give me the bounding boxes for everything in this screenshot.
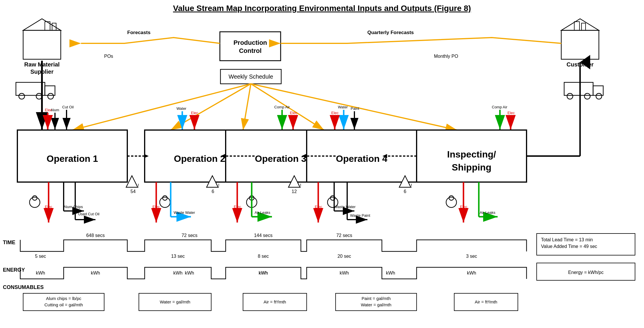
svg-rect-9	[561, 30, 599, 59]
svg-point-25	[32, 196, 37, 200]
op4-out-wastewater-label: Waste Water	[334, 205, 356, 209]
energy-summary-label: Energy = kWh/pc	[568, 270, 603, 275]
consumable-4a: Paint = gal/mth	[362, 296, 391, 301]
op1-out-cutoil-label: Used Cut Oil	[78, 212, 100, 216]
customer-icon	[561, 19, 599, 59]
kwh-op4-2: kWh	[386, 270, 395, 275]
op4-time-label: 20 sec	[337, 254, 351, 259]
svg-rect-11	[574, 22, 579, 30]
timeline-bar	[20, 240, 527, 251]
consumable-4b: Water = gal/mth	[361, 302, 391, 307]
op4-lead-label: 72 secs	[336, 233, 352, 238]
forecasts-label: Forecasts	[127, 30, 150, 35]
pos-label: POs	[104, 54, 113, 59]
op1-lead-label: 648 secs	[86, 233, 105, 238]
op1-out-alumchips-label: Alum Chips	[64, 205, 83, 209]
op1-time-label: 5 sec	[35, 254, 46, 259]
op4-input-water-label: Water	[338, 105, 348, 109]
inventory-count-4: !	[411, 183, 412, 188]
op2-lead-label: 72 secs	[181, 233, 197, 238]
op5-label: Inspecting/	[447, 149, 496, 160]
inventory-num-2: 6	[212, 189, 214, 194]
op3-time-label: 8 sec	[258, 254, 269, 259]
op3-lead-label: 144 secs	[254, 233, 273, 238]
inventory-count-2: !	[218, 183, 219, 188]
total-lead-time-label: Total Lead Time = 13 min	[541, 237, 593, 242]
svg-rect-14	[593, 86, 603, 95]
svg-rect-12	[582, 23, 586, 30]
op4-label: Operation 4	[336, 153, 387, 164]
production-control-box	[220, 32, 281, 61]
op5-time-label: 3 sec	[466, 254, 477, 259]
op1-input-cutoil-label: Cut Oil	[62, 105, 74, 109]
time-label: TIME	[3, 240, 15, 245]
kwh-op1-2: kWh	[91, 270, 100, 275]
operator-op1	[30, 197, 40, 207]
consumable-1a: Alum chips = lb/pc	[46, 296, 82, 301]
op3-input-compair-label: Comp Air	[274, 105, 290, 109]
svg-point-26	[163, 196, 167, 200]
inventory-num-3: 12	[292, 189, 297, 194]
op1-label: Operation 1	[47, 153, 98, 164]
forecasts-arrow	[81, 38, 220, 43]
svg-rect-5	[45, 86, 55, 95]
weekly-schedule-label: Weekly Schedule	[229, 73, 273, 80]
consumable-1b: Cutting oil = gal/mth	[45, 302, 83, 307]
kwh-op3-2: kWh	[259, 270, 268, 275]
inventory-count-3: !	[300, 183, 301, 188]
weekly-schedule-to-op1	[72, 84, 251, 130]
op3-out-air-label: Air Leaks	[255, 210, 271, 215]
production-control-label2: Control	[239, 47, 262, 54]
svg-point-29	[449, 196, 454, 200]
weekly-schedule-to-op3	[243, 84, 251, 130]
op4-input-elec-label: Elec	[331, 111, 339, 115]
svg-point-8	[48, 93, 54, 99]
consumable-5: Air = ft³/mth	[475, 299, 497, 304]
op5-input-elec-label: Elec	[507, 111, 515, 115]
consumable-3: Air = ft³/mth	[264, 299, 286, 304]
truck-right-icon	[564, 82, 603, 99]
op2-label: Operation 2	[174, 153, 225, 164]
svg-marker-1	[23, 19, 61, 30]
kwh-op2-2: kWh	[185, 270, 194, 275]
op5-out-air-label: Air Leaks	[480, 210, 496, 215]
value-added-time-label: Value Added Time = 49 sec	[541, 244, 597, 249]
svg-marker-10	[561, 19, 599, 30]
kwh-op1-1: kWh	[36, 270, 45, 275]
monthly-po-label: Monthly PO	[434, 54, 458, 59]
inventory-count-1: !	[138, 183, 139, 188]
raw-material-supplier-icon	[23, 19, 61, 59]
kwh-op2-1: kWh	[173, 270, 183, 275]
op4-input-paint-label: Paint	[351, 106, 359, 111]
operator-op5	[446, 197, 457, 207]
consumable-2: Water = gal/mth	[160, 299, 190, 304]
svg-point-16	[584, 93, 590, 99]
production-control-label: Production	[233, 39, 267, 46]
op2-time-label: 13 sec	[171, 254, 185, 259]
svg-point-15	[567, 93, 573, 99]
quarterly-forecasts-arrow	[281, 38, 561, 43]
svg-point-6	[19, 93, 25, 99]
inventory-num-1: 54	[130, 189, 136, 194]
operator-op2	[160, 197, 170, 207]
kwh-op5-1: kWh	[467, 270, 476, 275]
op2-input-elec-label: Elec	[191, 111, 198, 115]
op3-input-elec-label: Elec	[290, 111, 297, 115]
op5-input-compair-label: Comp Air	[492, 105, 507, 109]
consumables-label: CONSUMABLES	[3, 284, 44, 290]
op2-input-water-label: Water	[176, 106, 187, 111]
op1-input-elec-label: Elec	[45, 108, 52, 112]
op2-out-waste-label: Waste Water	[174, 210, 195, 215]
main-svg: Value Stream Map Incorporating Environme…	[0, 0, 644, 328]
svg-point-17	[596, 93, 602, 99]
op3-label: Operation 3	[255, 153, 306, 164]
energy-label: ENERGY	[3, 267, 25, 273]
op4-out-wastepaint-label: Waste Paint	[350, 213, 370, 218]
page-title: Value Stream Map Incorporating Environme…	[173, 4, 471, 13]
quarterly-forecasts-label: Quarterly Forecasts	[367, 30, 414, 35]
svg-rect-0	[23, 30, 61, 59]
truck-left-icon	[16, 82, 55, 99]
inventory-num-4: 6	[404, 189, 406, 194]
op5-label2: Shipping	[452, 162, 492, 173]
kwh-op4-1: kWh	[340, 270, 349, 275]
